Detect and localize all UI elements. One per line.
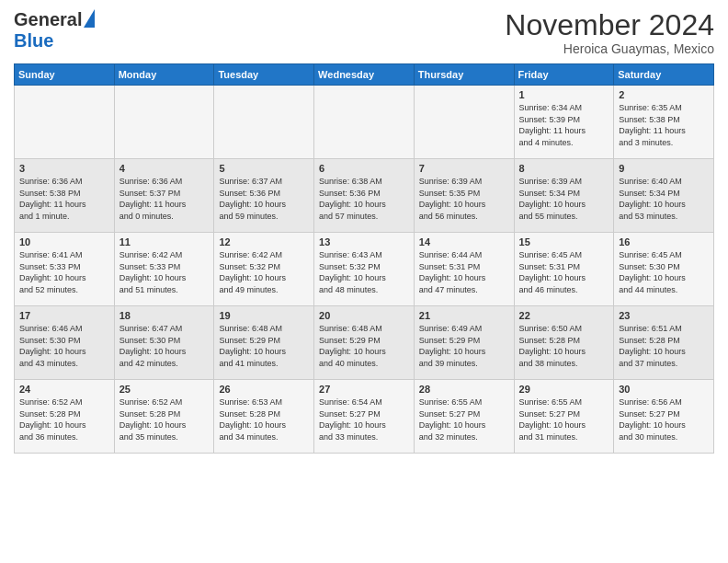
calendar-day-cell: 7Sunrise: 6:39 AM Sunset: 5:35 PM Daylig… (414, 159, 514, 233)
logo-general-text: General (14, 9, 82, 30)
month-title: November 2024 (505, 9, 714, 41)
day-info: Sunrise: 6:49 AM Sunset: 5:29 PM Dayligh… (419, 323, 509, 369)
logo: General Blue (14, 9, 95, 52)
day-number: 12 (219, 236, 309, 247)
day-info: Sunrise: 6:42 AM Sunset: 5:33 PM Dayligh… (119, 249, 210, 295)
day-of-week-header: Friday (514, 64, 614, 86)
day-number: 18 (119, 310, 210, 321)
calendar-day-cell: 23Sunrise: 6:51 AM Sunset: 5:28 PM Dayli… (614, 306, 714, 380)
day-number: 4 (119, 163, 210, 174)
calendar-day-cell: 18Sunrise: 6:47 AM Sunset: 5:30 PM Dayli… (114, 306, 214, 380)
calendar-day-cell: 10Sunrise: 6:41 AM Sunset: 5:33 PM Dayli… (15, 233, 115, 306)
calendar-day-cell: 2Sunrise: 6:35 AM Sunset: 5:38 PM Daylig… (614, 86, 714, 159)
day-info: Sunrise: 6:53 AM Sunset: 5:28 PM Dayligh… (219, 396, 309, 442)
day-info: Sunrise: 6:45 AM Sunset: 5:31 PM Dayligh… (519, 249, 609, 295)
calendar-day-cell: 28Sunrise: 6:55 AM Sunset: 5:27 PM Dayli… (414, 380, 514, 454)
day-number: 3 (19, 163, 109, 174)
day-number: 11 (119, 236, 210, 247)
calendar-day-cell (214, 86, 314, 159)
calendar-week-row: 10Sunrise: 6:41 AM Sunset: 5:33 PM Dayli… (15, 233, 714, 306)
day-info: Sunrise: 6:42 AM Sunset: 5:32 PM Dayligh… (219, 249, 309, 295)
calendar-day-cell (15, 86, 115, 159)
calendar-day-cell: 13Sunrise: 6:43 AM Sunset: 5:32 PM Dayli… (314, 233, 415, 306)
day-info: Sunrise: 6:35 AM Sunset: 5:38 PM Dayligh… (619, 102, 709, 148)
day-number: 23 (619, 310, 709, 321)
day-info: Sunrise: 6:47 AM Sunset: 5:30 PM Dayligh… (119, 323, 210, 369)
day-of-week-header: Monday (114, 64, 214, 86)
logo-triangle-icon (84, 9, 95, 28)
day-info: Sunrise: 6:36 AM Sunset: 5:37 PM Dayligh… (119, 176, 210, 222)
day-info: Sunrise: 6:54 AM Sunset: 5:27 PM Dayligh… (319, 396, 409, 442)
day-info: Sunrise: 6:34 AM Sunset: 5:39 PM Dayligh… (519, 102, 609, 148)
calendar-week-row: 3Sunrise: 6:36 AM Sunset: 5:38 PM Daylig… (15, 159, 714, 233)
day-number: 16 (619, 236, 709, 247)
day-of-week-header: Tuesday (214, 64, 314, 86)
day-number: 14 (419, 236, 509, 247)
calendar-day-cell (314, 86, 415, 159)
day-number: 19 (219, 310, 309, 321)
calendar-day-cell: 20Sunrise: 6:48 AM Sunset: 5:29 PM Dayli… (314, 306, 415, 380)
calendar-day-cell: 9Sunrise: 6:40 AM Sunset: 5:34 PM Daylig… (614, 159, 714, 233)
calendar-day-cell: 19Sunrise: 6:48 AM Sunset: 5:29 PM Dayli… (214, 306, 314, 380)
day-info: Sunrise: 6:55 AM Sunset: 5:27 PM Dayligh… (519, 396, 609, 442)
day-info: Sunrise: 6:41 AM Sunset: 5:33 PM Dayligh… (19, 249, 109, 295)
calendar-week-row: 24Sunrise: 6:52 AM Sunset: 5:28 PM Dayli… (15, 380, 714, 454)
calendar-day-cell: 8Sunrise: 6:39 AM Sunset: 5:34 PM Daylig… (514, 159, 614, 233)
day-number: 27 (319, 384, 409, 395)
calendar-day-cell: 24Sunrise: 6:52 AM Sunset: 5:28 PM Dayli… (15, 380, 115, 454)
day-of-week-header: Saturday (614, 64, 714, 86)
day-number: 26 (219, 384, 309, 395)
day-number: 21 (419, 310, 509, 321)
day-info: Sunrise: 6:37 AM Sunset: 5:36 PM Dayligh… (219, 176, 309, 222)
day-info: Sunrise: 6:48 AM Sunset: 5:29 PM Dayligh… (319, 323, 409, 369)
calendar-day-cell: 26Sunrise: 6:53 AM Sunset: 5:28 PM Dayli… (214, 380, 314, 454)
day-info: Sunrise: 6:38 AM Sunset: 5:36 PM Dayligh… (319, 176, 409, 222)
day-number: 8 (519, 163, 609, 174)
day-number: 5 (219, 163, 309, 174)
day-info: Sunrise: 6:36 AM Sunset: 5:38 PM Dayligh… (19, 176, 109, 222)
day-number: 9 (619, 163, 709, 174)
day-info: Sunrise: 6:52 AM Sunset: 5:28 PM Dayligh… (119, 396, 210, 442)
day-number: 17 (19, 310, 109, 321)
calendar-day-cell: 16Sunrise: 6:45 AM Sunset: 5:30 PM Dayli… (614, 233, 714, 306)
day-of-week-header: Sunday (15, 64, 115, 86)
header: General Blue November 2024 Heroica Guaym… (14, 9, 714, 56)
day-number: 28 (419, 384, 509, 395)
calendar-table: SundayMondayTuesdayWednesdayThursdayFrid… (14, 63, 714, 454)
calendar-day-cell: 30Sunrise: 6:56 AM Sunset: 5:27 PM Dayli… (614, 380, 714, 454)
day-number: 1 (519, 89, 609, 100)
title-block: November 2024 Heroica Guaymas, Mexico (505, 9, 714, 56)
logo-blue-text: Blue (14, 30, 53, 52)
day-number: 2 (619, 89, 709, 100)
calendar-week-row: 1Sunrise: 6:34 AM Sunset: 5:39 PM Daylig… (15, 86, 714, 159)
calendar-day-cell: 1Sunrise: 6:34 AM Sunset: 5:39 PM Daylig… (514, 86, 614, 159)
calendar-header-row: SundayMondayTuesdayWednesdayThursdayFrid… (15, 64, 714, 86)
day-info: Sunrise: 6:45 AM Sunset: 5:30 PM Dayligh… (619, 249, 709, 295)
day-number: 13 (319, 236, 409, 247)
day-info: Sunrise: 6:39 AM Sunset: 5:34 PM Dayligh… (519, 176, 609, 222)
calendar-week-row: 17Sunrise: 6:46 AM Sunset: 5:30 PM Dayli… (15, 306, 714, 380)
day-info: Sunrise: 6:39 AM Sunset: 5:35 PM Dayligh… (419, 176, 509, 222)
day-info: Sunrise: 6:51 AM Sunset: 5:28 PM Dayligh… (619, 323, 709, 369)
day-info: Sunrise: 6:43 AM Sunset: 5:32 PM Dayligh… (319, 249, 409, 295)
day-number: 10 (19, 236, 109, 247)
calendar-day-cell: 3Sunrise: 6:36 AM Sunset: 5:38 PM Daylig… (15, 159, 115, 233)
calendar-day-cell: 6Sunrise: 6:38 AM Sunset: 5:36 PM Daylig… (314, 159, 415, 233)
calendar-day-cell (114, 86, 214, 159)
page: General Blue November 2024 Heroica Guaym… (0, 0, 728, 467)
day-number: 6 (319, 163, 409, 174)
day-info: Sunrise: 6:46 AM Sunset: 5:30 PM Dayligh… (19, 323, 109, 369)
day-of-week-header: Thursday (414, 64, 514, 86)
day-info: Sunrise: 6:52 AM Sunset: 5:28 PM Dayligh… (19, 396, 109, 442)
calendar-day-cell (414, 86, 514, 159)
calendar-day-cell: 12Sunrise: 6:42 AM Sunset: 5:32 PM Dayli… (214, 233, 314, 306)
calendar-day-cell: 15Sunrise: 6:45 AM Sunset: 5:31 PM Dayli… (514, 233, 614, 306)
calendar-day-cell: 4Sunrise: 6:36 AM Sunset: 5:37 PM Daylig… (114, 159, 214, 233)
day-number: 15 (519, 236, 609, 247)
day-info: Sunrise: 6:55 AM Sunset: 5:27 PM Dayligh… (419, 396, 509, 442)
day-info: Sunrise: 6:48 AM Sunset: 5:29 PM Dayligh… (219, 323, 309, 369)
day-number: 20 (319, 310, 409, 321)
calendar-day-cell: 5Sunrise: 6:37 AM Sunset: 5:36 PM Daylig… (214, 159, 314, 233)
calendar-day-cell: 17Sunrise: 6:46 AM Sunset: 5:30 PM Dayli… (15, 306, 115, 380)
day-number: 7 (419, 163, 509, 174)
